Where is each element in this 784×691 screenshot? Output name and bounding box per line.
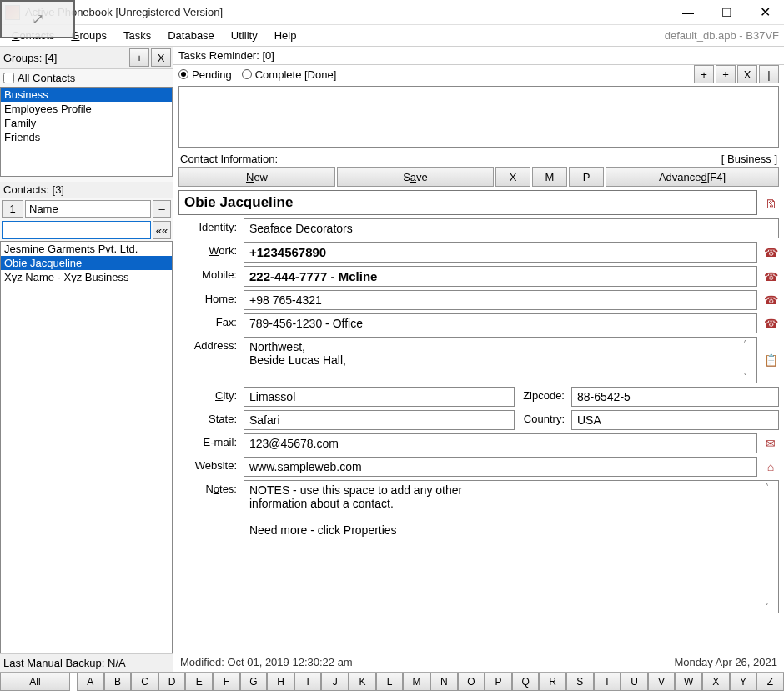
all-contacts-checkbox[interactable] <box>3 73 14 83</box>
alpha-letter-button[interactable]: V <box>648 673 676 691</box>
alphabet-filter-bar: All A B C D E F G H I J K L M N O P Q R … <box>0 672 784 691</box>
address-field[interactable]: Northwest, Beside Lucas Hall, ˄˅ <box>244 337 757 383</box>
country-field[interactable]: USA <box>571 410 779 430</box>
notes-field[interactable]: NOTES - use this space to add any other … <box>244 480 779 613</box>
alpha-letter-button[interactable]: B <box>104 673 132 691</box>
task-toggle-button[interactable]: ± <box>716 65 736 83</box>
alpha-letter-button[interactable]: U <box>621 673 648 691</box>
alpha-letter-button[interactable]: W <box>675 673 702 691</box>
sort-id-button[interactable]: 1 <box>2 200 23 218</box>
email-field[interactable]: 123@45678.com <box>244 433 757 453</box>
alpha-letter-button[interactable]: D <box>158 673 186 691</box>
delete-group-button[interactable]: X <box>151 48 171 67</box>
groups-list[interactable]: Business Employees Profile Family Friend… <box>0 87 173 177</box>
fax-label: Fax: <box>178 313 239 333</box>
task-delete-button[interactable]: X <box>737 65 757 83</box>
tasks-pending-radio[interactable]: Pending <box>178 68 232 81</box>
tasks-list[interactable] <box>178 86 779 148</box>
alpha-letter-button[interactable]: T <box>594 673 621 691</box>
modified-label: Modified: <box>180 656 224 668</box>
db-filename-label: default_db.apb - B37VF <box>665 29 779 42</box>
save-contact-button[interactable]: Save <box>337 167 494 187</box>
alpha-letter-button[interactable]: R <box>539 673 566 691</box>
phone-icon[interactable]: ☎ <box>762 266 779 287</box>
alpha-letter-button[interactable]: C <box>131 673 158 691</box>
alpha-letter-button[interactable]: K <box>349 673 376 691</box>
advanced-button[interactable]: Advanced [F4] <box>606 167 779 187</box>
alpha-letter-button[interactable]: N <box>430 673 458 691</box>
tasks-header: Tasks Reminder: [0] <box>178 49 274 62</box>
city-label: City: <box>178 387 239 407</box>
alpha-letter-button[interactable]: Q <box>512 673 540 691</box>
mobile-phone-field[interactable]: 222-444-7777 - Mcline <box>244 266 757 287</box>
phone-icon[interactable]: ☎ <box>762 290 779 310</box>
alpha-letter-button[interactable]: Y <box>730 673 757 691</box>
work-phone-field[interactable]: +1234567890 <box>244 242 757 263</box>
menu-database[interactable]: Database <box>159 29 223 42</box>
sort-name-button[interactable]: Name <box>25 200 151 218</box>
contacts-search-input[interactable] <box>2 221 151 239</box>
website-label: Website: <box>178 457 239 477</box>
website-field[interactable]: www.sampleweb.com <box>244 457 757 477</box>
new-contact-button[interactable]: New <box>178 167 335 187</box>
home-phone-field[interactable]: +98 765-4321 <box>244 290 757 310</box>
all-contacts-label: All Contacts <box>18 72 75 84</box>
contacts-search-go-button[interactable]: «« <box>153 221 171 239</box>
photo-icon[interactable]: 🖻 <box>762 190 779 218</box>
identity-label: Identity: <box>178 218 239 238</box>
contact-item[interactable]: Xyz Name - Xyz Business <box>1 270 172 284</box>
sort-toggle-button[interactable]: – <box>153 200 171 218</box>
alpha-letter-button[interactable]: L <box>376 673 404 691</box>
m-button[interactable]: M <box>532 167 567 187</box>
identity-field[interactable]: Seaface Decorators <box>244 218 779 238</box>
add-group-button[interactable]: + <box>129 48 149 67</box>
task-separator-button[interactable]: | <box>759 65 779 83</box>
alpha-letter-button[interactable]: X <box>702 673 730 691</box>
group-item[interactable]: Friends <box>1 130 172 144</box>
scrollbar-icon[interactable]: ˄˅ <box>765 483 776 611</box>
alpha-letter-button[interactable]: G <box>240 673 268 691</box>
alpha-letter-button[interactable]: H <box>267 673 294 691</box>
alpha-letter-button[interactable]: E <box>185 673 213 691</box>
alpha-letter-button[interactable]: F <box>213 673 240 691</box>
home-icon[interactable]: ⌂ <box>762 457 779 477</box>
mail-icon[interactable]: ✉ <box>762 433 779 453</box>
alpha-letter-button[interactable]: O <box>458 673 485 691</box>
menu-help[interactable]: Help <box>266 29 305 42</box>
phone-icon[interactable]: ☎ <box>762 242 779 263</box>
contacts-list[interactable]: Jesmine Garments Pvt. Ltd. Obie Jacqueli… <box>0 241 173 653</box>
p-button[interactable]: P <box>569 167 604 187</box>
menu-utility[interactable]: Utility <box>223 29 266 42</box>
country-label: Country: <box>520 410 566 430</box>
alpha-letter-button[interactable]: P <box>485 673 512 691</box>
window-maximize-button[interactable]: ☐ <box>707 0 746 24</box>
alpha-letter-button[interactable]: A <box>77 673 104 691</box>
scrollbar-icon[interactable]: ˄˅ <box>743 339 755 381</box>
zipcode-field[interactable]: 88-6542-5 <box>571 387 779 407</box>
alpha-letter-button[interactable]: J <box>321 673 349 691</box>
left-sidebar: Groups: [4] + X All Contacts Business Em… <box>0 47 173 672</box>
phone-icon[interactable]: ☎ <box>762 313 779 333</box>
group-item[interactable]: Employees Profile <box>1 102 172 116</box>
group-item[interactable]: Business <box>1 88 172 102</box>
alpha-all-button[interactable]: All <box>0 673 70 691</box>
window-close-button[interactable]: ✕ <box>746 0 784 24</box>
window-minimize-button[interactable]: — <box>669 0 707 24</box>
state-field[interactable]: Safari <box>244 410 515 430</box>
alpha-letter-button[interactable]: I <box>294 673 322 691</box>
contact-group-tag: [ Business ] <box>721 153 777 165</box>
contact-item[interactable]: Jesmine Garments Pvt. Ltd. <box>1 242 172 256</box>
tasks-complete-radio[interactable]: Complete [Done] <box>242 68 337 81</box>
city-field[interactable]: Limassol <box>244 387 515 407</box>
alpha-letter-button[interactable]: M <box>403 673 430 691</box>
group-item[interactable]: Family <box>1 116 172 130</box>
clipboard-icon[interactable]: 📋 <box>762 337 779 383</box>
alpha-letter-button[interactable]: Z <box>756 673 784 691</box>
notes-label: Notes: <box>178 480 239 613</box>
fax-field[interactable]: 789-456-1230 - Office <box>244 313 757 333</box>
contact-item[interactable]: Obie Jacqueline <box>1 256 172 270</box>
alpha-letter-button[interactable]: S <box>566 673 594 691</box>
task-add-button[interactable]: + <box>694 65 714 83</box>
menu-tasks[interactable]: Tasks <box>115 29 159 42</box>
delete-contact-button[interactable]: X <box>495 167 530 187</box>
